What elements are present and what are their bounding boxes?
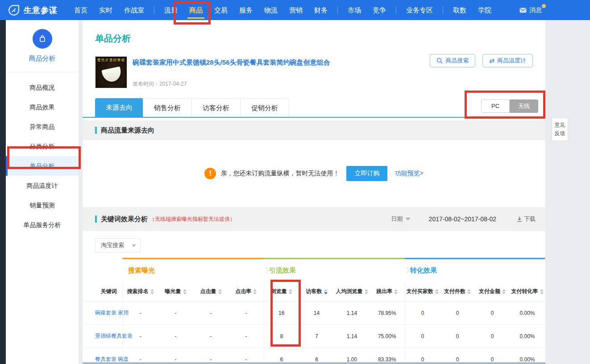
- cell: -: [193, 348, 229, 364]
- product-image-caption: 透光才是好骨瓷: [96, 57, 127, 62]
- group-spacer: [83, 259, 123, 282]
- cell: 6: [299, 348, 334, 364]
- nav-item-home[interactable]: 首页: [68, 0, 93, 20]
- cell: 0: [440, 325, 475, 348]
- nav-item-traffic[interactable]: 流量: [158, 0, 183, 20]
- sort-icon: [365, 289, 368, 294]
- nav-item-data-fetch[interactable]: 取数: [447, 0, 472, 20]
- sort-icon: [253, 289, 257, 294]
- sort-icon: [394, 289, 398, 294]
- keyword-effect-table: 搜索曝光 引流效果 转化效果 关键词 搜索排名 曝光量 点击量 点击率 浏览量 …: [83, 258, 545, 364]
- nav-divider: [337, 7, 338, 14]
- tab-visitor-analysis[interactable]: 访客分析: [191, 98, 241, 117]
- toggle-pc-button[interactable]: PC: [481, 99, 510, 113]
- nav-item-trade[interactable]: 交易: [208, 0, 233, 20]
- col-exposure[interactable]: 曝光量: [158, 282, 193, 302]
- col-search-rank[interactable]: 搜索排名: [123, 282, 158, 302]
- nav-items: 首页 实时 作战室 流量 商品 交易 服务 物流 营销 财务 市场 竞争 业务专…: [68, 0, 497, 20]
- sort-icon: [540, 289, 544, 294]
- sidebar-item-single-item-analysis[interactable]: 单品分析: [6, 156, 79, 176]
- sidebar-module-header: 商品分析: [6, 20, 79, 72]
- sidebar-item-goods-effect[interactable]: 商品效果: [6, 97, 79, 117]
- message-entry[interactable]: 消息: [519, 6, 542, 14]
- cell: 0.00%: [510, 348, 545, 364]
- cell: 7: [299, 325, 334, 348]
- search-icon: [436, 58, 443, 64]
- sidebar-item-abnormal-goods[interactable]: 异常商品: [6, 117, 79, 136]
- col-pay-conversion[interactable]: 支付转化率: [510, 282, 545, 302]
- nav-item-goods[interactable]: 商品: [183, 0, 208, 20]
- table-header-row: 关键词 搜索排名 曝光量 点击量 点击率 浏览量 访客数 人均浏览量 跳出率 支…: [83, 282, 545, 302]
- feedback-label-line1: 意见: [552, 121, 568, 129]
- keyword-section-title: 关键词效果分析: [101, 215, 148, 223]
- sort-icon: [218, 289, 222, 294]
- brand-name: 生意参谋: [24, 5, 58, 16]
- nav-item-finance[interactable]: 财务: [308, 0, 333, 20]
- nav-item-market[interactable]: 市场: [342, 0, 367, 20]
- nav-item-marketing[interactable]: 营销: [283, 0, 308, 20]
- toggle-wireless-button[interactable]: 无线: [510, 99, 538, 113]
- date-range: 2017-08-02~2017-08-02: [429, 215, 496, 223]
- col-clicks[interactable]: 点击量: [193, 282, 229, 302]
- goods-thermometer-button[interactable]: ⇄ 商品温度计: [482, 54, 533, 67]
- cell: 0: [405, 302, 440, 325]
- nav-item-competition[interactable]: 竞争: [367, 0, 392, 20]
- keyword-link[interactable]: 碗碟套装 家用: [83, 302, 123, 325]
- cell: 1.14: [334, 325, 370, 348]
- sidebar: 商品分析 商品概况 商品效果 异常商品 分类分析 单品分析 商品温度计 销量预测…: [6, 20, 79, 364]
- nav-item-academy[interactable]: 学院: [472, 0, 497, 20]
- sidebar-module-label: 商品分析: [6, 54, 79, 63]
- goods-search-label: 商品搜索: [445, 57, 469, 65]
- tab-source-destination[interactable]: 来源去向: [95, 98, 143, 117]
- tab-promotion-analysis[interactable]: 促销分析: [240, 98, 289, 117]
- col-bounce-rate[interactable]: 跳出率: [370, 282, 405, 302]
- chevron-down-icon: [406, 218, 410, 220]
- keyword-link[interactable]: 餐具套装 碗盘: [83, 348, 123, 364]
- col-visitors[interactable]: 访客数: [299, 282, 334, 302]
- col-pageviews[interactable]: 浏览量: [264, 282, 299, 302]
- cell: 0: [440, 302, 475, 325]
- nav-divider: [443, 7, 443, 14]
- sidebar-item-single-item-service[interactable]: 单品服务分析: [6, 215, 79, 235]
- brand[interactable]: 生意参谋: [8, 4, 58, 16]
- date-dropdown[interactable]: 日期: [391, 215, 410, 223]
- nav-item-business-zone[interactable]: 业务专区: [400, 0, 439, 20]
- sidebar-item-goods-thermometer[interactable]: 商品温度计: [6, 176, 79, 195]
- sidebar-item-sales-forecast[interactable]: 销量预测: [6, 195, 79, 215]
- sidebar-item-category-analysis[interactable]: 分类分析: [6, 136, 79, 156]
- download-button[interactable]: 下载: [517, 215, 536, 223]
- goods-search-button[interactable]: 商品搜索: [430, 54, 475, 67]
- nav-item-service[interactable]: 服务: [233, 0, 258, 20]
- download-icon: [517, 216, 522, 222]
- teal-accent-bar: [95, 127, 97, 134]
- col-pay-amount[interactable]: 支付金额: [475, 282, 510, 302]
- col-ctr[interactable]: 点击率: [229, 282, 264, 302]
- cell: -: [193, 325, 229, 348]
- keyword-link[interactable]: 景德镇餐具套装: [83, 325, 123, 348]
- nav-item-realtime[interactable]: 实时: [93, 0, 118, 20]
- channel-select[interactable]: 淘宝搜索: [95, 238, 141, 252]
- col-avg-pageviews[interactable]: 人均浏览量: [334, 282, 370, 302]
- order-now-button[interactable]: 立即订购: [346, 166, 387, 181]
- notice-text: 亲，您还未订购流量纵横，暂时无法使用！: [220, 170, 339, 178]
- sidebar-item-goods-overview[interactable]: 商品概况: [6, 78, 79, 97]
- sort-icon: [289, 289, 292, 294]
- bowl-shape: [101, 66, 122, 83]
- group-search-exposure: 搜索曝光: [123, 259, 264, 282]
- device-toggle: PC 无线: [481, 99, 538, 113]
- nav-item-war-room[interactable]: 作战室: [118, 0, 150, 20]
- col-pay-buyers[interactable]: 支付买家数: [405, 282, 440, 302]
- nav-item-logistics[interactable]: 物流: [258, 0, 283, 20]
- tab-sales-analysis[interactable]: 销售分析: [143, 98, 192, 117]
- analysis-tabs: 来源去向 销售分析 访客分析 促销分析: [83, 98, 545, 117]
- product-thumbnail: 透光才是好骨瓷: [95, 56, 127, 88]
- feedback-button[interactable]: 意见 反馈: [552, 118, 568, 141]
- feature-preview-link[interactable]: 功能预览>: [395, 170, 423, 178]
- goods-analysis-icon: [33, 29, 52, 49]
- col-pay-items[interactable]: 支付件数: [440, 282, 475, 302]
- header-action-buttons: 商品搜索 ⇄ 商品温度计: [423, 54, 533, 67]
- cell-pageviews: 16: [264, 302, 299, 325]
- feedback-label-line2: 反馈: [552, 129, 568, 138]
- cell: -: [193, 302, 229, 325]
- cell-pageviews: 8: [264, 325, 299, 348]
